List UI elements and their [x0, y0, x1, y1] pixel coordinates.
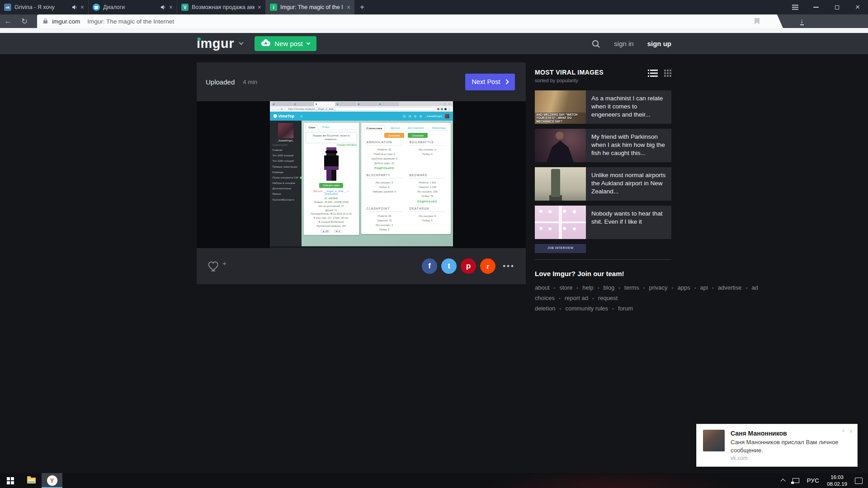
viral-item[interactable]: Nobody wants to hear that shit. Even if …	[535, 206, 671, 239]
embed-site-header: VimeTop ≡ _KawaiiAngel_	[270, 112, 453, 121]
pinterest-share-button[interactable]: p	[461, 258, 476, 274]
new-post-button[interactable]: New post	[255, 36, 316, 51]
footer-link[interactable]: privacy	[639, 284, 668, 291]
vk-notification[interactable]: Саня Манонников Саня Манонников прислал …	[696, 424, 858, 467]
footer-link[interactable]: store	[550, 284, 573, 291]
footer-link[interactable]: api	[690, 284, 708, 291]
viral-title: Unlike most normal airports the Aukland …	[586, 167, 671, 201]
tray-time: 16:03	[827, 474, 847, 480]
browser-menu-icon[interactable]	[785, 0, 806, 14]
address-bar[interactable]: imgur.com Imgur: The magic of the Intern…	[37, 14, 783, 28]
more-share-options-icon[interactable]: •••	[503, 262, 515, 271]
clock[interactable]: 16:03 08.02.19	[827, 474, 847, 487]
tab-audio-icon[interactable]	[160, 5, 166, 10]
screen: vk Grivina - Я хочу × Диалоги × V Возмож…	[0, 0, 868, 488]
back-button[interactable]: ←	[0, 17, 16, 26]
folder-icon	[27, 478, 36, 483]
viral-title: Nobody wants to hear that shit. Even if …	[586, 206, 671, 239]
windows-logo-icon	[7, 477, 14, 484]
viral-item[interactable]: Unlike most normal airports the Aukland …	[535, 167, 671, 201]
sign-in-link[interactable]: sign in	[614, 40, 633, 47]
footer-link[interactable]: about	[535, 284, 550, 291]
facebook-share-button[interactable]: f	[422, 258, 437, 274]
yandex-browser-button[interactable]: Y	[42, 473, 62, 488]
browser-tab[interactable]: Диалоги ×	[89, 0, 177, 14]
url-page-title: Imgur: The magic of the Internet	[87, 18, 755, 25]
notification-avatar	[703, 430, 725, 451]
footer-link[interactable]: blog	[594, 284, 614, 291]
action-center-icon[interactable]	[855, 478, 863, 484]
tab-favicon	[93, 4, 100, 11]
close-window-button[interactable]: ×	[847, 0, 868, 14]
footer-link[interactable]: community rules	[556, 305, 609, 312]
list-view-icon[interactable]	[648, 70, 658, 79]
notification-close-icon[interactable]: ×	[849, 428, 853, 435]
viral-item-partial[interactable]: JOB INTERVIEW	[535, 244, 671, 253]
tab-strip: vk Grivina - Я хочу × Диалоги × V Возмож…	[0, 0, 354, 14]
footer-link[interactable]: terms	[614, 284, 639, 291]
embed-stat-panel: BUILDBATTLE Игр сыграно: 0 Побед: 0 ПОДР…	[410, 141, 445, 169]
search-icon[interactable]	[591, 39, 600, 48]
file-explorer-button[interactable]	[21, 473, 42, 488]
post-image-zone: – ▢ × ← → ↻ https://vimetop.ru/player/__…	[197, 101, 526, 248]
downloads-icon[interactable]: ↓	[800, 17, 804, 25]
system-tray: РУС 16:03 08.02.19	[781, 473, 868, 488]
embed-download-skin-button: Скачать скин	[319, 183, 343, 188]
footer-link[interactable]: apps	[668, 284, 690, 291]
embed-nav-item: Группа ВКонтакте	[270, 197, 302, 202]
grid-view-icon[interactable]	[664, 70, 671, 79]
browser-tab[interactable]: i Imgur: The magic of the I ×	[266, 0, 354, 14]
network-icon[interactable]	[793, 478, 799, 483]
logo-dot	[198, 38, 201, 41]
notification-settings-icon[interactable]: ≡	[842, 428, 844, 435]
embed-nav-item: Наборы в гильдию	[270, 180, 302, 186]
restore-button[interactable]	[826, 0, 847, 14]
tab-title: Grivina - Я хочу	[14, 4, 69, 10]
embed-tab-strip: – ▢ ×	[270, 101, 453, 106]
embedded-screenshot[interactable]: – ▢ × ← → ↻ https://vimetop.ru/player/__…	[270, 101, 453, 248]
viral-item[interactable]: My friend with Parkinson when I ask him …	[535, 129, 671, 162]
tab-audio-icon[interactable]	[72, 5, 77, 10]
tab-favicon: i	[270, 4, 277, 11]
reload-button[interactable]: ↻	[16, 17, 33, 26]
tab-close-icon[interactable]: ×	[80, 4, 84, 10]
browser-tab[interactable]: vk Grivina - Я хочу ×	[0, 0, 89, 14]
next-post-button[interactable]: Next Post	[465, 74, 515, 90]
footer-link[interactable]: forum	[608, 305, 633, 312]
bookmark-flag-icon[interactable]	[755, 18, 760, 24]
favorite-heart-icon[interactable]	[208, 260, 221, 272]
notification-title: Саня Манонников	[731, 430, 851, 437]
favorite-plus-icon[interactable]: +	[222, 259, 226, 267]
next-post-arrow-icon	[504, 79, 509, 84]
embed-stat-panel: BEDWARS Убийств: 1 361 Смертей: 1 325 Иг…	[410, 174, 445, 202]
footer-link[interactable]: report ad	[555, 295, 588, 301]
embed-nav-item: Поиск оппонента CW3	[270, 175, 302, 180]
reddit-share-button[interactable]: r	[480, 258, 495, 274]
tab-close-icon[interactable]: ×	[169, 4, 173, 10]
embed-nav-item: Главная	[270, 147, 302, 153]
tab-close-icon[interactable]: ×	[258, 4, 261, 10]
viral-title: My friend with Parkinson when I ask him …	[586, 129, 671, 162]
browser-tab[interactable]: V Возможная продажа акка ×	[177, 0, 266, 14]
footer-link[interactable]: help	[572, 284, 593, 291]
tab-close-icon[interactable]: ×	[347, 4, 350, 10]
minimize-button[interactable]	[806, 0, 826, 14]
logo-chevron-icon[interactable]	[239, 41, 244, 45]
language-indicator[interactable]: РУС	[807, 477, 820, 484]
hidden-icons-chevron[interactable]	[780, 479, 785, 483]
embed-player-avatar	[278, 123, 293, 138]
start-button[interactable]	[0, 473, 21, 488]
viral-list: AND WELDERS SAY "WATCH YOUR EYE'S" ..WHA…	[535, 90, 671, 239]
post-card: Uploaded 4 min Next Post – ▢ × ← → ↻ h	[197, 62, 526, 284]
new-tab-button[interactable]: +	[354, 0, 370, 14]
uploaded-time: 4 min	[243, 79, 257, 85]
embed-stat-panel: ANNIHILATION Убийств: 23 Убийств из лука…	[367, 141, 402, 169]
footer-link[interactable]: advertise	[708, 284, 742, 291]
sidebar-divider	[535, 259, 671, 260]
sign-up-link[interactable]: sign up	[647, 40, 671, 47]
embed-skin-card: Скин Плащ Продаю акк 50 рублей, писать в…	[304, 123, 359, 235]
imgur-logo[interactable]: imgur	[197, 37, 234, 50]
embed-nav-item: Топ 1000 игроков	[270, 153, 302, 158]
twitter-share-button[interactable]: t	[441, 258, 457, 274]
viral-item[interactable]: AND WELDERS SAY "WATCH YOUR EYE'S" ..WHA…	[535, 90, 671, 124]
